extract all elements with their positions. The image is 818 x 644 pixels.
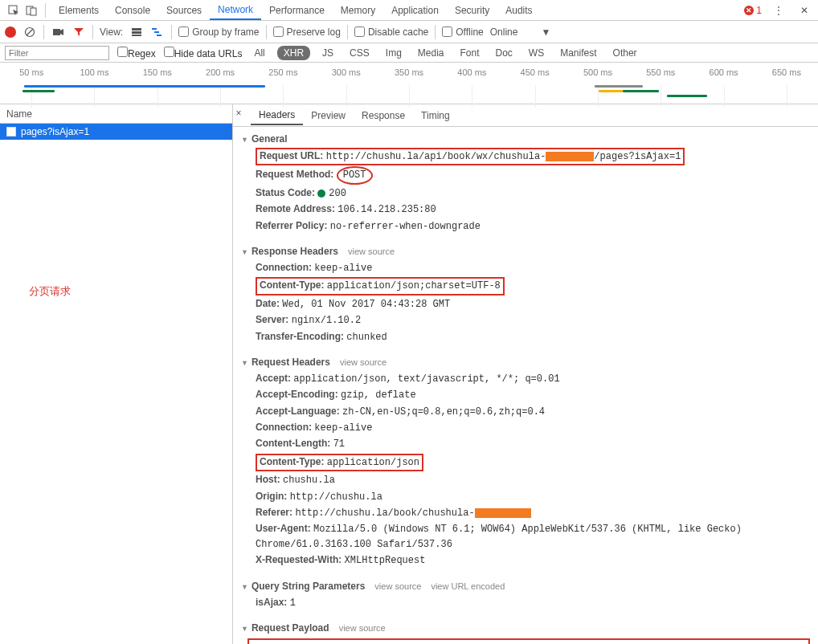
request-name: pages?isAjax=1 xyxy=(21,126,89,137)
tab-audits[interactable]: Audits xyxy=(497,2,540,19)
more-icon[interactable]: ⋮ xyxy=(770,2,787,19)
timeline-tick: 350 ms xyxy=(378,67,440,77)
regex-checkbox[interactable]: Regex xyxy=(117,47,156,59)
error-badge[interactable]: ✕1 xyxy=(744,5,762,16)
tab-performance[interactable]: Performance xyxy=(261,2,333,19)
filter-media[interactable]: Media xyxy=(414,46,448,60)
network-toolbar: View: Group by frame Preserve log Disabl… xyxy=(0,21,818,43)
preserve-log-checkbox[interactable]: Preserve log xyxy=(273,26,341,38)
svg-rect-8 xyxy=(132,35,141,36)
waterfall-icon[interactable] xyxy=(150,25,165,39)
tab-headers[interactable]: Headers xyxy=(251,106,303,125)
tab-sources[interactable]: Sources xyxy=(158,2,210,19)
timeline-tick: 50 ms xyxy=(0,67,63,77)
tab-security[interactable]: Security xyxy=(447,2,497,19)
section-title[interactable]: Request Payloadview source xyxy=(241,619,810,637)
separator xyxy=(347,25,348,39)
filter-js[interactable]: JS xyxy=(318,46,337,60)
separator xyxy=(266,25,267,39)
filter-ws[interactable]: WS xyxy=(525,46,548,60)
close-icon[interactable]: ✕ xyxy=(796,2,813,19)
status-code: Status Code: 200 xyxy=(241,185,810,202)
tab-console[interactable]: Console xyxy=(107,2,158,19)
tab-timing[interactable]: Timing xyxy=(413,107,458,124)
large-rows-icon[interactable] xyxy=(129,25,144,39)
filter-icon[interactable] xyxy=(72,25,86,39)
filter-css[interactable]: CSS xyxy=(346,46,374,60)
close-detail-icon[interactable]: × xyxy=(233,107,245,120)
section-title[interactable]: General xyxy=(241,130,810,148)
view-source-link[interactable]: view source xyxy=(374,581,421,591)
group-by-frame-checkbox[interactable]: Group by frame xyxy=(178,26,259,38)
req-content-length: Content-Length: 71 xyxy=(241,436,810,452)
section-request-headers: Request Headersview source Accept: appli… xyxy=(233,350,818,574)
request-method: Request Method: POST xyxy=(241,165,810,185)
separator xyxy=(45,3,46,18)
view-source-link[interactable]: view source xyxy=(339,623,386,633)
resp-content-type: Content-Type: application/json;charset=U… xyxy=(241,276,810,296)
separator xyxy=(92,25,93,39)
camera-icon[interactable] xyxy=(51,25,65,39)
remote-address: Remote Address: 106.14.218.235:80 xyxy=(241,202,810,218)
section-title[interactable]: Query String Parametersview sourceview U… xyxy=(241,577,810,595)
svg-line-4 xyxy=(27,29,33,35)
req-referer: Referer: http://chushu.la/book/chushula- xyxy=(241,505,810,521)
disable-cache-checkbox[interactable]: Disable cache xyxy=(354,26,428,38)
section-response-headers: Response Headersview source Connection: … xyxy=(233,239,818,350)
filter-xhr[interactable]: XHR xyxy=(277,46,310,60)
svg-rect-6 xyxy=(132,28,141,31)
svg-rect-2 xyxy=(31,8,36,15)
view-source-link[interactable]: view source xyxy=(348,247,395,256)
throttle-dropdown-icon[interactable]: ▼ xyxy=(538,25,553,39)
view-label: View: xyxy=(100,26,123,38)
record-button[interactable] xyxy=(5,26,16,38)
timeline-bars xyxy=(0,85,818,101)
filter-img[interactable]: Img xyxy=(382,46,406,60)
error-count: 1 xyxy=(756,5,762,16)
redacted xyxy=(475,508,531,518)
inspect-icon[interactable] xyxy=(5,2,22,19)
error-icon: ✕ xyxy=(744,6,754,15)
view-url-encoded-link[interactable]: view URL encoded xyxy=(431,581,505,591)
req-connection: Connection: keep-alive xyxy=(241,420,810,436)
resp-transfer-encoding: Transfer-Encoding: chunked xyxy=(241,329,810,345)
filter-font[interactable]: Font xyxy=(456,46,484,60)
hide-data-urls-checkbox[interactable]: Hide data URLs xyxy=(164,47,243,59)
filter-other[interactable]: Other xyxy=(609,46,641,60)
req-user-agent: User-Agent: Mozilla/5.0 (Windows NT 6.1;… xyxy=(241,521,810,552)
online-label[interactable]: Online xyxy=(490,26,518,38)
tab-memory[interactable]: Memory xyxy=(333,2,383,19)
timeline-tick: 100 ms xyxy=(63,67,125,77)
device-toggle-icon[interactable] xyxy=(22,2,40,19)
tab-elements[interactable]: Elements xyxy=(51,2,107,19)
req-accept-language: Accept-Language: zh-CN,en-US;q=0.8,en;q=… xyxy=(241,404,810,420)
detail-pane: × Headers Preview Response Timing Genera… xyxy=(233,104,818,644)
tab-preview[interactable]: Preview xyxy=(303,107,354,124)
filter-all[interactable]: All xyxy=(250,46,268,60)
section-title[interactable]: Request Headersview source xyxy=(241,353,810,371)
name-column-header[interactable]: Name xyxy=(0,104,232,124)
offline-checkbox[interactable]: Offline xyxy=(442,26,483,38)
svg-rect-7 xyxy=(132,31,141,34)
timeline-tick: 300 ms xyxy=(315,67,378,77)
filter-input[interactable] xyxy=(5,46,109,60)
svg-rect-9 xyxy=(152,28,157,30)
request-row[interactable]: pages?isAjax=1 xyxy=(0,124,232,140)
timeline-tick: 450 ms xyxy=(504,67,566,77)
tab-response[interactable]: Response xyxy=(354,107,413,124)
payload-box: {type: "year_month", year: 2014, month: … xyxy=(247,638,810,644)
timeline-tick: 600 ms xyxy=(692,67,755,77)
separator xyxy=(171,25,172,39)
file-icon xyxy=(6,127,16,137)
section-title[interactable]: Response Headersview source xyxy=(241,243,810,260)
tab-network[interactable]: Network xyxy=(210,1,261,20)
clear-icon[interactable] xyxy=(22,25,37,39)
annotation-text: 分页请求 xyxy=(29,284,232,299)
resp-server: Server: nginx/1.10.2 xyxy=(241,312,810,328)
filter-doc[interactable]: Doc xyxy=(492,46,517,60)
timeline[interactable]: 50 ms 100 ms 150 ms 200 ms 250 ms 300 ms… xyxy=(0,63,818,104)
tab-application[interactable]: Application xyxy=(383,2,447,19)
view-source-link[interactable]: view source xyxy=(340,357,387,367)
filter-manifest[interactable]: Manifest xyxy=(556,46,600,60)
timeline-tick: 650 ms xyxy=(755,67,818,77)
